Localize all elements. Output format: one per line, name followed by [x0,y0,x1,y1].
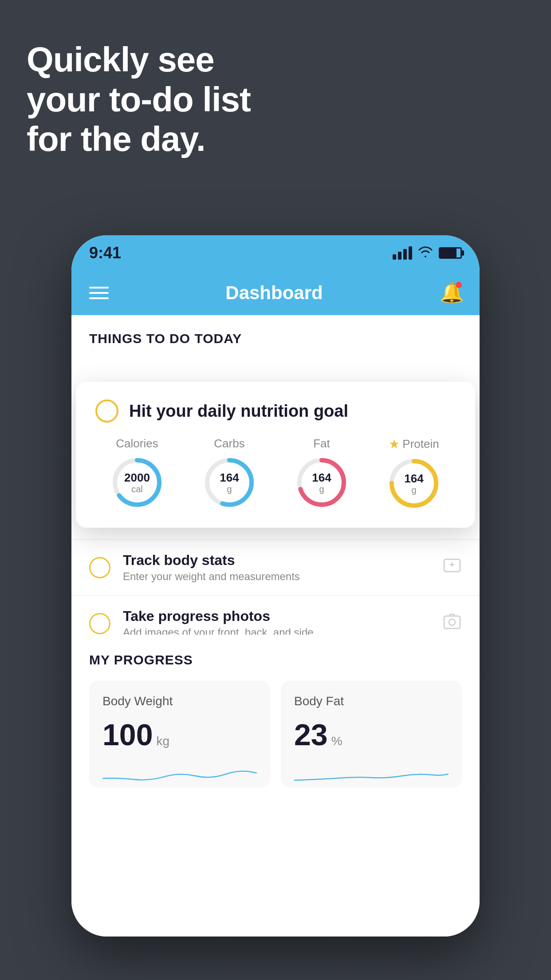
photo-icon [442,612,462,634]
nutrition-stats: Calories 2000 cal [95,437,456,510]
body-fat-chart [294,761,449,787]
todo-name-bodystats: Track body stats [123,552,430,569]
calories-donut: 2000 cal [110,456,164,509]
fat-label: Fat [313,437,330,450]
calories-label: Calories [116,437,158,450]
svg-rect-9 [444,616,460,628]
carbs-label: Carbs [214,437,244,450]
status-time: 9:41 [89,244,121,262]
todo-circle-photos [89,613,110,634]
signal-bars-icon [393,246,412,260]
things-section-title: THINGS TO DO TODAY [89,331,242,346]
progress-cards: Body Weight 100 kg Body Fat [89,681,462,787]
progress-section: MY PROGRESS Body Weight 100 kg [71,635,480,805]
todo-item-bodystats[interactable]: Track body stats Enter your weight and m… [71,540,480,596]
hero-text: Quickly see your to-do list for the day. [27,40,251,159]
body-fat-unit: % [331,734,342,748]
battery-icon [439,247,462,259]
notification-badge [456,282,462,288]
header-title: Dashboard [225,282,323,304]
todo-text-photos: Take progress photos Add images of your … [123,608,430,639]
svg-point-10 [449,619,455,625]
todo-name-photos: Take progress photos [123,608,430,624]
body-fat-value-row: 23 % [294,717,449,752]
wifi-icon [418,245,433,261]
app-header: Dashboard 🔔 [71,271,480,315]
protein-donut: 164 g [387,457,441,510]
progress-section-title: MY PROGRESS [89,652,462,668]
protein-label: Protein [402,437,439,451]
scale-icon [442,557,462,578]
body-fat-value: 23 [294,717,328,752]
hero-line2: your to-do list [27,80,251,120]
carbs-donut: 164 g [203,456,256,509]
status-icons [393,245,462,261]
calories-stat: Calories 2000 cal [110,437,164,510]
body-weight-value: 100 [102,717,153,752]
nutrition-card: Hit your daily nutrition goal Calories [76,382,475,528]
protein-stat: ★ Protein 164 g [387,437,441,510]
todo-text-bodystats: Track body stats Enter your weight and m… [123,552,430,583]
phone: 9:41 [71,235,480,937]
body-weight-title: Body Weight [102,694,257,708]
todo-circle-bodystats [89,557,110,578]
body-weight-chart [102,761,257,787]
nutrition-radio[interactable] [95,399,118,423]
hero-line3: for the day. [27,119,251,159]
body-weight-card: Body Weight 100 kg [89,681,270,787]
star-icon: ★ [389,437,400,451]
todo-desc-bodystats: Enter your weight and measurements [123,570,430,583]
protein-label-row: ★ Protein [389,437,439,451]
body-weight-value-row: 100 kg [102,717,257,752]
fat-stat: Fat 164 g [295,437,348,510]
menu-button[interactable] [89,287,109,299]
things-section-header: THINGS TO DO TODAY [71,315,480,355]
body-weight-unit: kg [156,734,169,748]
status-bar: 9:41 [71,235,480,271]
nutrition-card-title: Hit your daily nutrition goal [129,402,348,421]
notification-button[interactable]: 🔔 [440,281,462,305]
phone-wrapper: 9:41 [63,235,488,937]
hero-line1: Quickly see [27,40,251,80]
body-fat-title: Body Fat [294,694,449,708]
fat-donut: 164 g [295,456,348,509]
body-fat-card: Body Fat 23 % [281,681,462,787]
carbs-stat: Carbs 164 g [203,437,256,510]
phone-content: THINGS TO DO TODAY Hit your daily nutrit… [71,315,480,937]
